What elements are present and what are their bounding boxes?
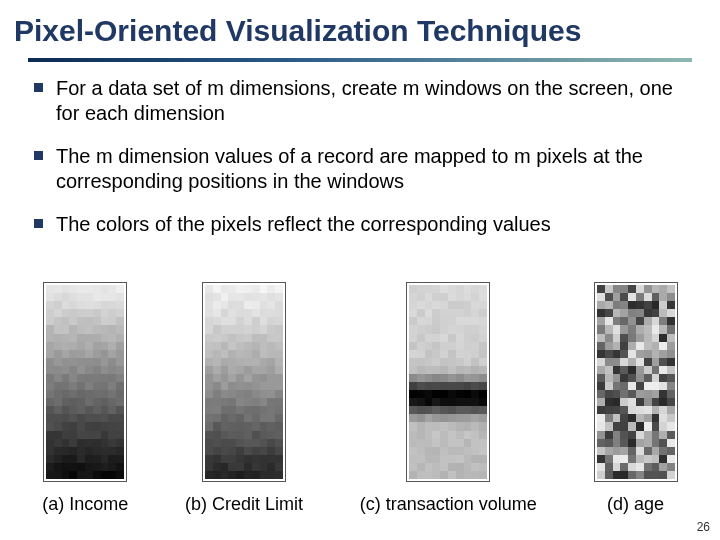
- square-bullet-icon: [34, 219, 43, 228]
- bullet-item: The colors of the pixels reflect the cor…: [56, 212, 684, 237]
- square-bullet-icon: [34, 83, 43, 92]
- pixel-canvas: [409, 285, 487, 479]
- bullet-text: The m dimension values of a record are m…: [56, 145, 643, 192]
- bullet-list: For a data set of m dimensions, create m…: [0, 72, 720, 237]
- pixel-window-transaction: [406, 282, 490, 482]
- figure-caption: (c) transaction volume: [360, 494, 537, 515]
- pixel-window-credit: [202, 282, 286, 482]
- figure-caption: (a) Income: [42, 494, 128, 515]
- figure-row: (a) Income (b) Credit Limit (c) transact…: [0, 282, 720, 515]
- pixel-canvas: [205, 285, 283, 479]
- square-bullet-icon: [34, 151, 43, 160]
- figure-caption: (b) Credit Limit: [185, 494, 303, 515]
- bullet-text: For a data set of m dimensions, create m…: [56, 77, 673, 124]
- title-underline: [28, 58, 692, 62]
- pixel-canvas: [46, 285, 124, 479]
- bullet-item: For a data set of m dimensions, create m…: [56, 76, 684, 126]
- bullet-text: The colors of the pixels reflect the cor…: [56, 213, 551, 235]
- figure-a: (a) Income: [42, 282, 128, 515]
- pixel-window-income: [43, 282, 127, 482]
- figure-caption: (d) age: [607, 494, 664, 515]
- page-number: 26: [697, 520, 710, 534]
- pixel-canvas: [597, 285, 675, 479]
- figure-b: (b) Credit Limit: [185, 282, 303, 515]
- slide: Pixel-Oriented Visualization Techniques …: [0, 0, 720, 540]
- figure-c: (c) transaction volume: [360, 282, 537, 515]
- slide-title: Pixel-Oriented Visualization Techniques: [0, 0, 720, 54]
- pixel-window-age: [594, 282, 678, 482]
- figure-d: (d) age: [594, 282, 678, 515]
- bullet-item: The m dimension values of a record are m…: [56, 144, 684, 194]
